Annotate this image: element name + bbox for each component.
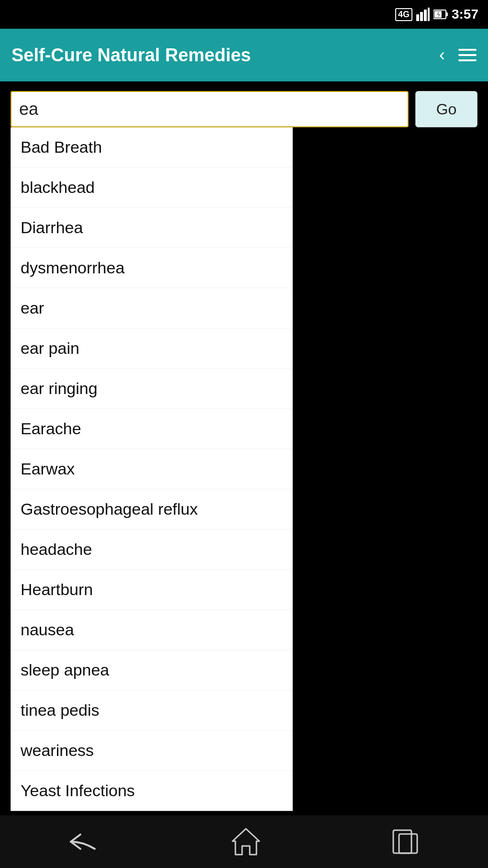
app-header: Self-Cure Natural Remedies ‹: [0, 29, 488, 81]
suggestion-earache[interactable]: Earache: [11, 409, 292, 449]
suggestion-ear-pain[interactable]: ear pain: [11, 328, 292, 369]
hamburger-line-2: [458, 54, 477, 56]
go-button[interactable]: Go: [415, 91, 477, 127]
recents-icon: [392, 829, 422, 854]
back-button[interactable]: ‹: [439, 46, 445, 64]
svg-rect-12: [399, 834, 417, 853]
suggestion-yeast-infections[interactable]: Yeast Infections: [11, 771, 292, 811]
hamburger-line-1: [458, 49, 477, 51]
hamburger-line-3: [458, 59, 477, 61]
battery-icon: [433, 9, 448, 20]
svg-rect-5: [446, 12, 448, 16]
main-content: Go Bad Breath blackhead Diarrhea dysmeno…: [0, 81, 488, 137]
suggestion-ear-ringing[interactable]: ear ringing: [11, 369, 292, 409]
svg-marker-10: [233, 829, 259, 855]
network-icon: 4G: [395, 8, 412, 21]
suggestion-blackhead[interactable]: blackhead: [11, 168, 292, 208]
menu-button[interactable]: [458, 49, 477, 61]
search-row: Go: [11, 91, 477, 127]
back-arrow-icon: [66, 830, 100, 854]
suggestion-dysmenorrhea[interactable]: dysmenorrhea: [11, 248, 292, 288]
nav-home-button[interactable]: [232, 828, 260, 856]
suggestion-headache[interactable]: headache: [11, 530, 292, 570]
svg-rect-3: [428, 8, 430, 21]
header-actions: ‹: [439, 46, 477, 64]
clock: 3:57: [452, 7, 478, 22]
suggestion-heartburn[interactable]: Heartburn: [11, 570, 292, 610]
suggestion-nausea[interactable]: nausea: [11, 610, 292, 650]
suggestion-sleep-apnea[interactable]: sleep apnea: [11, 650, 292, 690]
status-icons: 4G 3:57: [395, 7, 478, 22]
autocomplete-dropdown: Bad Breath blackhead Diarrhea dysmenorrh…: [11, 127, 293, 811]
status-bar: 4G 3:57: [0, 0, 488, 29]
suggestion-diarrhea[interactable]: Diarrhea: [11, 208, 292, 248]
suggestion-ear[interactable]: ear: [11, 288, 292, 328]
bottom-nav: [0, 815, 488, 868]
nav-recents-button[interactable]: [392, 829, 422, 854]
signal-bars-icon: [416, 8, 430, 21]
suggestion-gastroesophageal[interactable]: Gastroesophageal reflux: [11, 489, 292, 530]
nav-back-button[interactable]: [66, 830, 100, 854]
app-title: Self-Cure Natural Remedies: [11, 45, 251, 66]
search-input[interactable]: [11, 91, 409, 127]
home-icon: [232, 828, 260, 856]
suggestion-weariness[interactable]: weariness: [11, 731, 292, 771]
svg-rect-2: [424, 10, 427, 21]
suggestion-earwax[interactable]: Earwax: [11, 449, 292, 489]
svg-rect-1: [420, 12, 423, 21]
suggestion-bad-breath[interactable]: Bad Breath: [11, 127, 292, 168]
svg-rect-0: [416, 14, 419, 21]
search-container: Go Bad Breath blackhead Diarrhea dysmeno…: [11, 91, 477, 127]
suggestion-tinea-pedis[interactable]: tinea pedis: [11, 690, 292, 731]
